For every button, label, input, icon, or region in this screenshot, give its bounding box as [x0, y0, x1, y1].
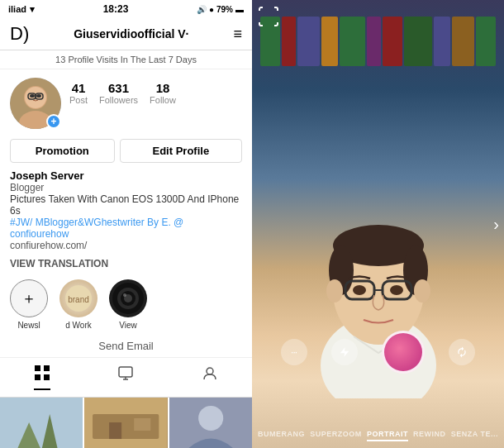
- volume-icon: 🔊: [197, 5, 207, 14]
- svg-point-15: [123, 293, 126, 297]
- svg-rect-18: [35, 374, 40, 380]
- tab-grid[interactable]: [34, 365, 50, 390]
- followers-stat: 631 Followers: [99, 81, 138, 105]
- stats-row: 41 Post 631 Followers 18 Follow: [69, 78, 176, 105]
- story-mode-superzoom[interactable]: SUPERZOOM: [310, 430, 362, 441]
- photo-grid: [0, 398, 252, 448]
- bio-description: Pictures Taken With Canon EOS 1300D And …: [10, 193, 242, 217]
- highlight-lens-circle[interactable]: [109, 279, 147, 317]
- svg-point-43: [326, 279, 343, 303]
- edit-profile-button[interactable]: Edit Profile: [120, 139, 242, 163]
- following-count: 18: [156, 81, 170, 95]
- svg-rect-20: [119, 367, 132, 377]
- view-translation-button[interactable]: VIEW TRANSLATION: [0, 255, 252, 273]
- plus-icon: ＋: [21, 288, 36, 308]
- posts-label: Post: [69, 95, 88, 105]
- story-modes-bar: BUMERANG SUPERZOOM PORTRAIT REWIND SENZA…: [252, 423, 504, 448]
- profile-tabs: [0, 358, 252, 398]
- avatar-wrap[interactable]: +: [10, 78, 61, 129]
- svg-point-44: [414, 279, 430, 303]
- app-logo: D): [10, 23, 29, 45]
- promotion-button[interactable]: Promotion: [10, 139, 115, 163]
- reticle-icon: [259, 7, 278, 26]
- menu-icon[interactable]: ≡: [233, 26, 242, 43]
- profile-section: + 41 Post 631 Followers 18 Follow: [0, 69, 252, 134]
- posts-count: 41: [72, 81, 86, 95]
- highlight-item-brand[interactable]: brand d Work: [59, 279, 97, 330]
- flip-camera-button[interactable]: [449, 339, 475, 365]
- tab-tv[interactable]: [117, 365, 134, 390]
- svg-rect-24: [0, 398, 83, 448]
- status-bar: iliad ▾ 18:23 🔊 ● 79% ▬: [0, 0, 252, 18]
- add-highlight-circle[interactable]: ＋: [10, 279, 48, 317]
- story-mode-boomerang[interactable]: BUMERANG: [258, 430, 305, 441]
- left-panel: iliad ▾ 18:23 🔊 ● 79% ▬ D) Giuservidioof…: [0, 0, 252, 448]
- svg-point-48: [353, 285, 366, 295]
- highlight-label-lens: View: [119, 321, 137, 330]
- followers-count: 631: [108, 81, 129, 95]
- story-mode-rewind[interactable]: REWIND: [413, 430, 446, 441]
- status-left: iliad ▾: [8, 4, 35, 15]
- bio-name: Joseph Server: [10, 169, 242, 182]
- highlight-item-lens[interactable]: View: [109, 279, 147, 330]
- svg-text:brand: brand: [68, 295, 89, 304]
- story-mode-senzate[interactable]: SENZA TE...: [451, 430, 498, 441]
- stats-container: 41 Post 631 Followers 18 Follow: [69, 78, 176, 105]
- bio-section: Joseph Server Blogger Pictures Taken Wit…: [0, 168, 252, 255]
- following-label: Follow: [150, 95, 176, 105]
- story-highlights: ＋ Newsl brand d Work: [0, 273, 252, 336]
- more-options-button[interactable]: ···: [281, 339, 307, 365]
- svg-rect-28: [135, 418, 151, 431]
- story-mode-portrait[interactable]: PORTRAIT: [367, 430, 408, 441]
- highlight-item-new[interactable]: ＋ Newsl: [10, 279, 48, 330]
- status-icons: 🔊 ● 79% ▬: [197, 5, 244, 14]
- battery-percent: 79%: [216, 5, 233, 14]
- svg-point-49: [390, 285, 403, 295]
- svg-point-23: [207, 368, 213, 374]
- nav-username[interactable]: Giuservidioofficial V·: [74, 27, 188, 41]
- bookshelf: [260, 17, 496, 66]
- svg-point-4: [30, 94, 35, 98]
- more-icon: ···: [291, 346, 297, 358]
- following-stat: 18 Follow: [150, 81, 176, 105]
- nav-bar: D) Giuservidioofficial V· ≡: [0, 18, 252, 50]
- time-label: 18:23: [103, 3, 129, 15]
- camera-controls: ···: [252, 331, 504, 374]
- highlight-label-brand: d Work: [65, 321, 92, 330]
- svg-rect-19: [44, 374, 50, 380]
- add-story-button[interactable]: +: [46, 114, 61, 129]
- bio-tags: #JW/ MBlogger&WGhestwriter By E. @ confi…: [10, 217, 242, 240]
- svg-point-5: [36, 94, 41, 98]
- battery-icon: ▬: [235, 5, 244, 14]
- svg-rect-27: [109, 422, 121, 439]
- profile-visits-banner: 13 Profile Visits In The Last 7 Days: [0, 50, 252, 69]
- highlight-brand-circle[interactable]: brand: [59, 279, 97, 317]
- grid-item[interactable]: [169, 398, 252, 448]
- profile-action-buttons: Promotion Edit Profile: [0, 134, 252, 168]
- tab-tagged[interactable]: [202, 365, 218, 390]
- chevron-right-icon[interactable]: ›: [493, 215, 499, 234]
- send-email-button[interactable]: Send Email: [0, 336, 252, 358]
- capture-button[interactable]: [382, 331, 425, 374]
- wifi-icon: ▾: [30, 4, 35, 15]
- highlight-label-new: Newsl: [17, 321, 40, 330]
- svg-rect-16: [35, 365, 40, 371]
- bio-link[interactable]: confiurehow.com/: [10, 240, 242, 251]
- bio-title: Blogger: [10, 182, 242, 193]
- signal-icon: ●: [209, 5, 214, 14]
- grid-item[interactable]: [0, 398, 83, 448]
- svg-rect-17: [44, 365, 50, 371]
- carrier-label: iliad: [8, 4, 26, 14]
- svg-point-30: [198, 406, 223, 431]
- posts-stat: 41 Post: [69, 81, 88, 105]
- right-panel: › ··· BUMERANG SUPERZOOM PORTRAIT: [252, 0, 504, 448]
- followers-label: Followers: [99, 95, 138, 105]
- flash-button[interactable]: [331, 339, 358, 365]
- grid-item[interactable]: [84, 398, 167, 448]
